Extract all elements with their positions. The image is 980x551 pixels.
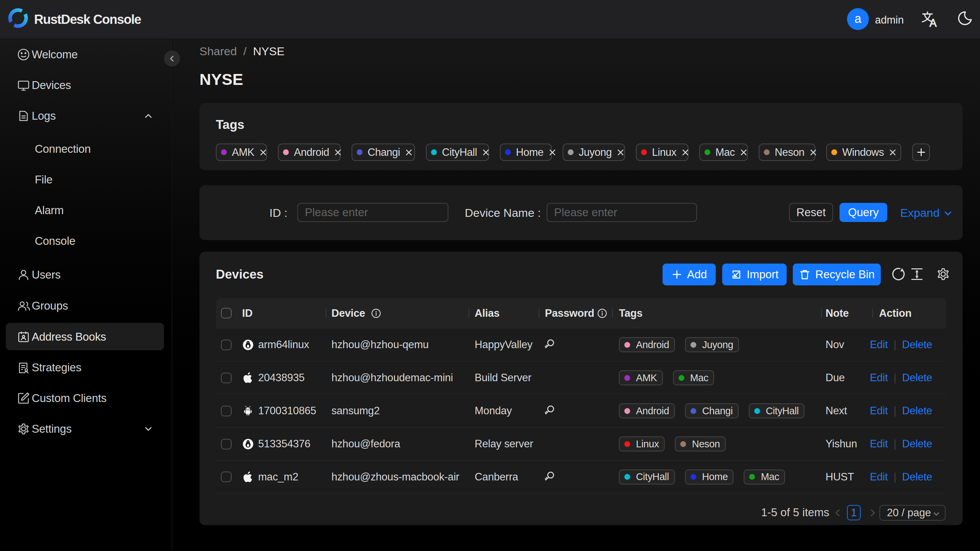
- svg-text:A: A: [929, 17, 937, 29]
